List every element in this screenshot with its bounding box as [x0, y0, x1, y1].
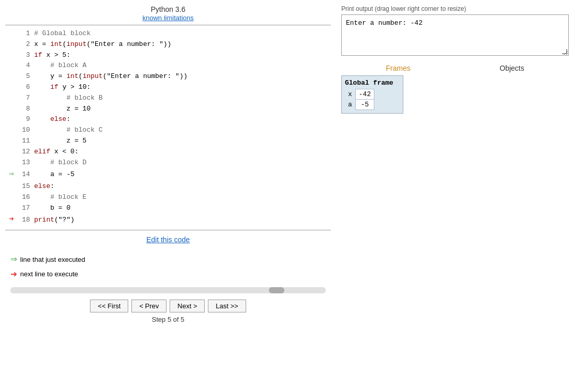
nav-area: << First < Prev Next > Last >> Step 5 of…	[5, 295, 331, 327]
code-text-5: y = int(input("Enter a number: "))	[34, 71, 187, 82]
line-num-8: 8	[18, 104, 34, 115]
prev-button[interactable]: < Prev	[131, 300, 167, 312]
legend-red-arrow: ➜	[10, 267, 17, 282]
arrow-col-14: ⇒	[5, 168, 18, 181]
code-line-16: 16 # block E	[5, 192, 331, 203]
header: Python 3.6 known limitations	[5, 5, 331, 25]
code-area: 1# Global block2x = int(input("Enter a n…	[5, 25, 331, 230]
code-line-8: 8 z = 10	[5, 104, 331, 115]
code-line-3: 3if x > 5:	[5, 50, 331, 61]
objects-tab[interactable]: Objects	[455, 64, 569, 75]
line-num-2: 2	[18, 39, 34, 50]
arrow-col-18: ➜	[5, 213, 18, 227]
legend-green-item: ⇒ line that just executed	[10, 252, 326, 267]
code-line-7: 7 # block B	[5, 93, 331, 104]
code-text-18: print("?")	[34, 215, 74, 226]
code-text-16: # block E	[34, 192, 86, 203]
comment: # block E	[34, 193, 86, 201]
line-num-15: 15	[18, 181, 34, 192]
line-num-9: 9	[18, 114, 34, 125]
line-num-10: 10	[18, 125, 34, 136]
code-text-3: if x > 5:	[34, 50, 70, 61]
scrollbar-thumb[interactable]	[269, 287, 284, 293]
var-name: a	[345, 100, 355, 110]
resize-handle[interactable]	[562, 49, 567, 54]
objects-section: Objects	[455, 64, 569, 114]
line-num-14: 14	[18, 169, 34, 180]
frames-section: Frames Global frame x-42a-5	[341, 64, 455, 114]
code-text-15: else:	[34, 181, 54, 192]
code-text-9: else:	[34, 114, 70, 125]
frame-var-row: x-42	[345, 89, 374, 100]
left-panel: Python 3.6 known limitations 1# Global b…	[5, 5, 331, 387]
legend-red-item: ➜ next line to execute	[10, 267, 326, 282]
code-text-11: z = 5	[34, 136, 86, 147]
legend-green-label: line that just executed	[20, 254, 85, 265]
code-text-7: # block B	[34, 93, 103, 104]
line-num-17: 17	[18, 203, 34, 214]
code-line-12: 12elif x < 0:	[5, 147, 331, 158]
frames-objects: Frames Global frame x-42a-5 Objects	[341, 64, 569, 114]
line-num-5: 5	[18, 71, 34, 82]
last-button[interactable]: Last >>	[208, 300, 246, 312]
line-num-6: 6	[18, 82, 34, 93]
frame-var-row: a-5	[345, 100, 374, 110]
next-button[interactable]: Next >	[170, 300, 205, 312]
code-line-10: 10 # block C	[5, 125, 331, 136]
line-num-7: 7	[18, 93, 34, 104]
comment: # Global block	[34, 29, 90, 37]
nav-buttons: << First < Prev Next > Last >>	[90, 300, 246, 312]
edit-link-area: Edit this code	[5, 230, 331, 249]
code-line-17: 17 b = 0	[5, 203, 331, 214]
legend-green-arrow: ⇒	[10, 252, 17, 267]
code-text-8: z = 10	[34, 104, 90, 115]
code-line-6: 6 if y > 10:	[5, 82, 331, 93]
var-value: -5	[355, 100, 374, 110]
right-panel: Print output (drag lower right corner to…	[331, 5, 570, 387]
code-text-17: b = 0	[34, 203, 70, 214]
first-button[interactable]: << First	[90, 300, 128, 312]
line-num-4: 4	[18, 60, 34, 71]
line-num-18: 18	[18, 215, 34, 226]
code-text-10: # block C	[34, 125, 103, 136]
code-text-13: # block D	[34, 158, 86, 168]
scrollbar-track[interactable]	[10, 287, 326, 293]
step-label: Step 5 of 5	[152, 316, 185, 323]
line-num-16: 16	[18, 192, 34, 203]
code-line-2: 2x = int(input("Enter a number: "))	[5, 39, 331, 50]
python-version: Python 3.6	[5, 5, 331, 13]
frames-tab[interactable]: Frames	[341, 64, 455, 75]
code-text-12: elif x < 0:	[34, 147, 79, 158]
code-text-6: if y > 10:	[34, 82, 90, 93]
code-line-18: ➜18print("?")	[5, 213, 331, 227]
code-text-4: # block A	[34, 60, 86, 71]
known-limitations-link[interactable]: known limitations	[143, 14, 194, 22]
code-text-14: a = -5	[34, 169, 74, 180]
edit-code-link[interactable]: Edit this code	[146, 236, 190, 244]
code-line-4: 4 # block A	[5, 60, 331, 71]
code-text-1: # Global block	[34, 28, 90, 39]
green-arrow: ⇒	[9, 169, 14, 179]
code-line-5: 5 y = int(input("Enter a number: "))	[5, 71, 331, 82]
line-num-1: 1	[18, 28, 34, 39]
code-line-1: 1# Global block	[5, 28, 331, 39]
output-content: Enter a number: -42	[346, 19, 422, 27]
line-num-3: 3	[18, 50, 34, 61]
var-name: x	[345, 89, 355, 100]
line-num-11: 11	[18, 136, 34, 147]
code-line-9: 9 else:	[5, 114, 331, 125]
code-line-14: ⇒14 a = -5	[5, 168, 331, 181]
output-label: Print output (drag lower right corner to…	[341, 5, 570, 12]
output-box[interactable]: Enter a number: -42	[341, 14, 569, 56]
code-line-15: 15else:	[5, 181, 331, 192]
legend-red-label: next line to execute	[20, 268, 78, 280]
var-value: -42	[355, 89, 374, 100]
comment: # block A	[34, 61, 86, 69]
comment: # block C	[34, 126, 103, 134]
comment: # block B	[34, 94, 103, 102]
global-frame-title: Global frame	[345, 79, 400, 87]
line-num-13: 13	[18, 158, 34, 168]
comment: # block D	[34, 159, 86, 166]
global-frame-box: Global frame x-42a-5	[341, 75, 403, 114]
code-line-13: 13 # block D	[5, 158, 331, 168]
